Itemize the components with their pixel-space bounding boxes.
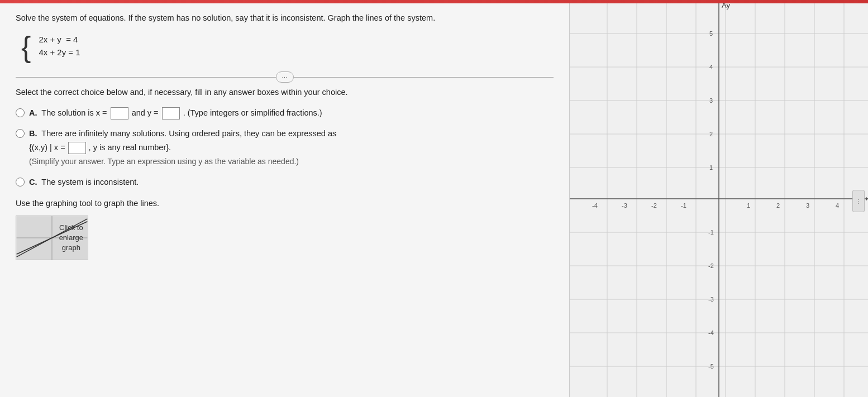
option-a-label: A. bbox=[29, 108, 37, 117]
option-c-radio[interactable] bbox=[16, 178, 25, 186]
svg-text:-4: -4 bbox=[708, 329, 714, 336]
svg-text:5: 5 bbox=[709, 30, 713, 37]
option-a-x-input[interactable] bbox=[111, 107, 128, 119]
brace-symbol: { bbox=[21, 32, 31, 61]
svg-text:-2: -2 bbox=[651, 202, 657, 209]
option-b-main-text: There are infinitely many solutions. Usi… bbox=[41, 129, 336, 138]
svg-text:-3: -3 bbox=[708, 296, 714, 303]
svg-text:4: 4 bbox=[709, 64, 713, 70]
option-b-content: B. There are infinitely many solutions. … bbox=[29, 127, 336, 168]
option-a-y-input[interactable] bbox=[162, 107, 180, 119]
option-a-radio[interactable] bbox=[16, 108, 25, 117]
svg-text:1: 1 bbox=[747, 202, 750, 209]
svg-text:-4: -4 bbox=[592, 202, 598, 209]
option-b-note: (Simplify your answer. Type an expressio… bbox=[29, 155, 336, 168]
option-a-text-after: . (Type integers or simplified fractions… bbox=[183, 108, 322, 117]
option-c-content: C. The system is inconsistent. bbox=[29, 176, 139, 189]
option-c-row: C. The system is inconsistent. bbox=[16, 176, 554, 189]
option-b-x-input[interactable] bbox=[68, 142, 86, 154]
svg-text:-5: -5 bbox=[708, 363, 714, 370]
option-b-row: B. There are infinitely many solutions. … bbox=[16, 127, 554, 168]
expand-button[interactable]: ⋮ bbox=[852, 190, 865, 212]
divider-button[interactable]: ··· bbox=[275, 71, 293, 83]
option-c-text: The system is inconsistent. bbox=[41, 178, 139, 186]
option-a-text-before: The solution is x = bbox=[41, 108, 107, 117]
option-a-and: and y = bbox=[132, 108, 159, 117]
coordinate-graph[interactable]: Ay -1 -2 -3 -4 1 2 3 4 1 2 3 4 5 -1 -2 -… bbox=[570, 0, 868, 397]
svg-text:2: 2 bbox=[776, 202, 780, 209]
option-a-content: A. The solution is x = and y = . (Type i… bbox=[29, 107, 322, 119]
option-b-radio[interactable] bbox=[16, 129, 25, 138]
graph-thumb-label: Click to enlarge graph bbox=[59, 223, 83, 253]
equation-box: { 2x + y = 4 4x + 2y = 1 bbox=[21, 35, 554, 61]
option-c-label: C. bbox=[29, 178, 37, 186]
svg-text:4: 4 bbox=[836, 202, 839, 209]
svg-text:-2: -2 bbox=[708, 262, 714, 269]
problem-instruction: Solve the system of equations. If the sy… bbox=[16, 12, 554, 25]
use-graph-text: Use the graphing tool to graph the lines… bbox=[16, 199, 554, 208]
svg-text:-1: -1 bbox=[681, 202, 686, 209]
equations: 2x + y = 4 4x + 2y = 1 bbox=[39, 35, 80, 57]
graph-thumbnail-container[interactable]: Click to enlarge graph bbox=[16, 216, 554, 260]
eq1-text: 2x + y = 4 bbox=[39, 35, 78, 44]
equation-2: 4x + 2y = 1 bbox=[39, 47, 80, 57]
svg-text:3: 3 bbox=[806, 202, 809, 209]
set-text-1: {(x,y) | x = bbox=[29, 141, 65, 154]
right-panel: Ay -1 -2 -3 -4 1 2 3 4 1 2 3 4 5 -1 -2 -… bbox=[570, 0, 868, 397]
equation-1: 2x + y = 4 bbox=[39, 35, 80, 44]
svg-text:3: 3 bbox=[709, 97, 713, 104]
left-panel: Solve the system of equations. If the sy… bbox=[0, 0, 570, 397]
option-b-label: B. bbox=[29, 129, 37, 138]
select-prompt: Select the correct choice below and, if … bbox=[16, 88, 554, 97]
eq2-text: 4x + 2y = 1 bbox=[39, 47, 80, 57]
set-notation: {(x,y) | x = , y is any real number}. bbox=[29, 141, 336, 154]
section-divider: ··· bbox=[16, 77, 554, 78]
svg-text:-3: -3 bbox=[622, 202, 627, 209]
graph-thumbnail[interactable]: Click to enlarge graph bbox=[16, 216, 88, 260]
option-a-row: A. The solution is x = and y = . (Type i… bbox=[16, 107, 554, 119]
svg-text:-1: -1 bbox=[708, 229, 714, 236]
svg-text:2: 2 bbox=[709, 131, 713, 137]
set-text-2: , y is any real number}. bbox=[89, 141, 171, 154]
svg-text:1: 1 bbox=[709, 164, 713, 171]
